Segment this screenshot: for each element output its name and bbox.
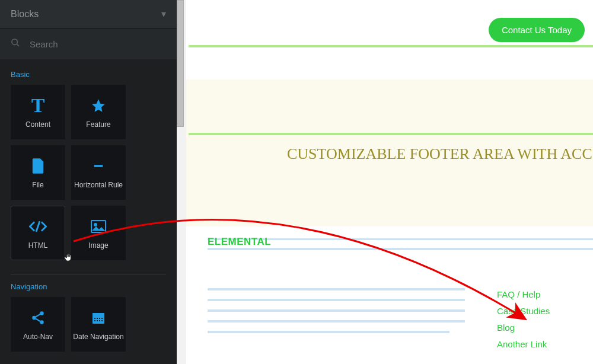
placeholder-line bbox=[208, 320, 465, 323]
block-label: Content bbox=[25, 121, 50, 129]
text-icon: T bbox=[31, 95, 45, 116]
svg-line-3 bbox=[36, 222, 39, 231]
svg-rect-19 bbox=[101, 320, 103, 321]
footer-link[interactable]: Case Studies bbox=[497, 306, 550, 316]
footer-heading: CUSTOMIZABLE FOOTER AREA WITH ACC bbox=[287, 145, 593, 163]
svg-line-1 bbox=[17, 44, 19, 46]
group-title-basic: Basic bbox=[11, 70, 166, 79]
svg-rect-2 bbox=[94, 165, 103, 168]
svg-point-8 bbox=[40, 321, 44, 325]
scrollbar-thumb[interactable] bbox=[177, 0, 184, 127]
block-horizontal-rule[interactable]: Horizontal Rule bbox=[71, 145, 126, 200]
search-row bbox=[0, 28, 177, 59]
svg-rect-18 bbox=[99, 320, 100, 321]
file-icon bbox=[31, 155, 44, 177]
block-label: Date Navigation bbox=[73, 333, 123, 341]
chevron-down-icon: ▾ bbox=[161, 8, 166, 20]
block-feature[interactable]: Feature bbox=[71, 85, 126, 139]
block-html[interactable]: HTML bbox=[11, 206, 65, 260]
block-label: Auto-Nav bbox=[23, 333, 53, 341]
footer-links: FAQ / Help Case Studies Blog Another Lin… bbox=[497, 289, 550, 349]
share-icon bbox=[30, 307, 46, 328]
page-canvas: Contact Us Today CUSTOMIZABLE FOOTER ARE… bbox=[186, 0, 593, 364]
svg-point-7 bbox=[32, 316, 36, 320]
block-date-navigation[interactable]: Date Navigation bbox=[71, 297, 126, 352]
search-icon bbox=[11, 38, 20, 50]
block-label: Horizontal Rule bbox=[74, 181, 123, 189]
svg-rect-14 bbox=[99, 318, 100, 319]
block-label: File bbox=[32, 181, 43, 189]
svg-point-6 bbox=[40, 312, 44, 316]
block-grid-navigation: Auto-Nav Date Navigation bbox=[11, 297, 166, 352]
block-label: HTML bbox=[28, 242, 48, 250]
placeholder-line bbox=[208, 288, 465, 290]
svg-rect-11 bbox=[93, 313, 104, 316]
footer-link[interactable]: FAQ / Help bbox=[497, 289, 550, 299]
group-basic: Basic T Content Feature File bbox=[0, 59, 177, 264]
calendar-icon bbox=[91, 307, 106, 328]
placeholder-line bbox=[208, 331, 449, 333]
blocks-sidebar: Blocks ▾ Basic T Content Feature bbox=[0, 0, 177, 364]
block-content[interactable]: T Content bbox=[11, 85, 65, 139]
block-auto-nav[interactable]: Auto-Nav bbox=[11, 297, 65, 352]
code-icon bbox=[28, 216, 48, 237]
block-file[interactable]: File bbox=[11, 145, 65, 200]
star-icon bbox=[91, 95, 106, 116]
placeholder-line bbox=[208, 299, 465, 301]
placeholder-paragraph bbox=[208, 288, 465, 341]
svg-rect-17 bbox=[97, 320, 98, 321]
image-icon bbox=[91, 216, 106, 237]
group-navigation: Navigation Auto-Nav Date Navigation bbox=[0, 264, 177, 355]
placeholder-line bbox=[208, 309, 465, 312]
scrollbar-track[interactable] bbox=[177, 0, 186, 364]
block-image[interactable]: Image bbox=[71, 206, 126, 260]
block-label: Feature bbox=[86, 121, 110, 129]
brand-label: ELEMENTAL bbox=[208, 236, 271, 248]
footer-link[interactable]: Another Link bbox=[497, 339, 550, 349]
panel-header[interactable]: Blocks ▾ bbox=[0, 0, 177, 28]
svg-rect-16 bbox=[94, 320, 95, 321]
placeholder-line bbox=[208, 248, 593, 250]
search-input[interactable] bbox=[30, 39, 166, 49]
divider-green bbox=[189, 133, 593, 135]
minus-icon bbox=[92, 155, 105, 177]
svg-point-5 bbox=[94, 223, 97, 226]
svg-rect-15 bbox=[101, 318, 103, 319]
svg-point-0 bbox=[12, 39, 17, 44]
panel-title: Blocks bbox=[11, 9, 39, 20]
footer-link[interactable]: Blog bbox=[497, 323, 550, 333]
svg-rect-13 bbox=[97, 318, 98, 319]
svg-rect-12 bbox=[94, 318, 95, 319]
group-title-navigation: Navigation bbox=[11, 274, 166, 291]
contact-us-button[interactable]: Contact Us Today bbox=[489, 18, 585, 42]
block-grid-basic: T Content Feature File Horizontal Ru bbox=[11, 85, 166, 260]
divider-green bbox=[189, 45, 593, 47]
block-label: Image bbox=[88, 242, 108, 250]
